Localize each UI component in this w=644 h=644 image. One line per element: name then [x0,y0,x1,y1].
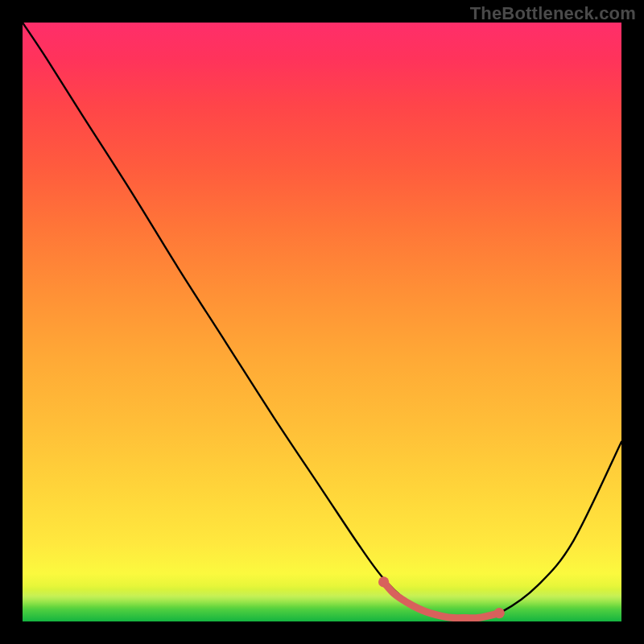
site-watermark: TheBottleneck.com [470,3,636,24]
plot-area [23,23,621,621]
gradient-background [23,23,621,621]
chart-frame: TheBottleneck.com [0,0,644,644]
